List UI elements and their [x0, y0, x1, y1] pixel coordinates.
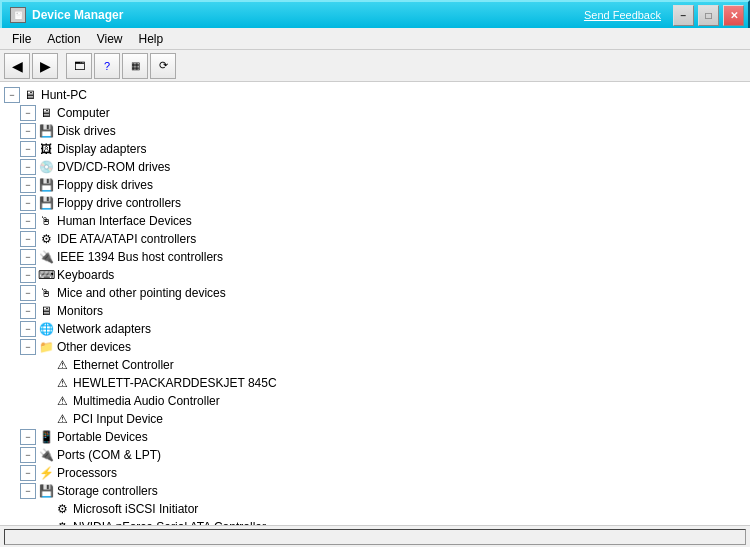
- expander-floppy-disk[interactable]: −: [20, 177, 36, 193]
- tree-item-mice[interactable]: − 🖱 Mice and other pointing devices: [4, 284, 746, 302]
- tree-item-multimedia[interactable]: ⚠ Multimedia Audio Controller: [4, 392, 746, 410]
- expander-hid[interactable]: −: [20, 213, 36, 229]
- forward-button[interactable]: ▶: [32, 53, 58, 79]
- properties-button[interactable]: 🗔: [66, 53, 92, 79]
- icon-dvd-rom: 💿: [38, 159, 54, 175]
- label-pci-input: PCI Input Device: [73, 412, 163, 426]
- tree-item-nvidia1[interactable]: ⚙ NVIDIA nForce Serial ATA Controller: [4, 518, 746, 525]
- send-feedback-link[interactable]: Send Feedback: [584, 9, 661, 21]
- icon-ports: 🔌: [38, 447, 54, 463]
- icon-pci-input: ⚠: [54, 411, 70, 427]
- icon-keyboards: ⌨: [38, 267, 54, 283]
- back-button[interactable]: ◀: [4, 53, 30, 79]
- expander-ports[interactable]: −: [20, 447, 36, 463]
- label-ide-ata: IDE ATA/ATAPI controllers: [57, 232, 196, 246]
- icon-nvidia1: ⚙: [54, 519, 70, 525]
- tree-root[interactable]: − 🖥 Hunt-PC: [4, 86, 746, 104]
- tree-item-monitors[interactable]: − 🖥 Monitors: [4, 302, 746, 320]
- label-computer: Computer: [57, 106, 110, 120]
- tree-item-disk-drives[interactable]: − 💾 Disk drives: [4, 122, 746, 140]
- refresh-button[interactable]: ⟳: [150, 53, 176, 79]
- root-expander[interactable]: −: [4, 87, 20, 103]
- minimize-button[interactable]: −: [673, 5, 694, 26]
- label-disk-drives: Disk drives: [57, 124, 116, 138]
- label-multimedia: Multimedia Audio Controller: [73, 394, 220, 408]
- tree-item-hid[interactable]: − 🖱 Human Interface Devices: [4, 212, 746, 230]
- menu-view[interactable]: View: [89, 30, 131, 48]
- table-button[interactable]: ▦: [122, 53, 148, 79]
- expander-ide-ata[interactable]: −: [20, 231, 36, 247]
- expander-storage[interactable]: −: [20, 483, 36, 499]
- label-dvd-rom: DVD/CD-ROM drives: [57, 160, 170, 174]
- expander-processors[interactable]: −: [20, 465, 36, 481]
- tree-item-ieee1394[interactable]: − 🔌 IEEE 1394 Bus host controllers: [4, 248, 746, 266]
- menu-action[interactable]: Action: [39, 30, 88, 48]
- icon-mice: 🖱: [38, 285, 54, 301]
- tree-item-storage[interactable]: − 💾 Storage controllers: [4, 482, 746, 500]
- menu-file[interactable]: File: [4, 30, 39, 48]
- label-hid: Human Interface Devices: [57, 214, 192, 228]
- label-hp845c: HEWLETT-PACKARDDESKJET 845C: [73, 376, 277, 390]
- tree-item-dvd-rom[interactable]: − 💿 DVD/CD-ROM drives: [4, 158, 746, 176]
- expander-other[interactable]: −: [20, 339, 36, 355]
- main-area: − 🖥 Hunt-PC − 🖥 Computer − 💾 Disk drives…: [0, 82, 750, 525]
- tree-item-floppy-disk[interactable]: − 💾 Floppy disk drives: [4, 176, 746, 194]
- expander-mice[interactable]: −: [20, 285, 36, 301]
- tree-item-processors[interactable]: − ⚡ Processors: [4, 464, 746, 482]
- toolbar: ◀ ▶ 🗔 ? ▦ ⟳: [0, 50, 750, 82]
- title-bar: 🖥 Device Manager Send Feedback − □ ✕: [0, 0, 750, 28]
- menu-help[interactable]: Help: [131, 30, 172, 48]
- close-button[interactable]: ✕: [723, 5, 744, 26]
- label-other: Other devices: [57, 340, 131, 354]
- device-tree[interactable]: − 🖥 Hunt-PC − 🖥 Computer − 💾 Disk drives…: [0, 82, 750, 525]
- label-floppy-drive: Floppy drive controllers: [57, 196, 181, 210]
- expander-ieee1394[interactable]: −: [20, 249, 36, 265]
- tree-item-portable[interactable]: − 📱 Portable Devices: [4, 428, 746, 446]
- expander-monitors[interactable]: −: [20, 303, 36, 319]
- tree-item-network[interactable]: − 🌐 Network adapters: [4, 320, 746, 338]
- expander-computer[interactable]: −: [20, 105, 36, 121]
- icon-processors: ⚡: [38, 465, 54, 481]
- icon-other: 📁: [38, 339, 54, 355]
- icon-portable: 📱: [38, 429, 54, 445]
- expander-keyboards[interactable]: −: [20, 267, 36, 283]
- window-controls: Send Feedback − □ ✕: [584, 5, 744, 26]
- tree-item-computer[interactable]: − 🖥 Computer: [4, 104, 746, 122]
- icon-floppy-disk: 💾: [38, 177, 54, 193]
- expander-display-adapters[interactable]: −: [20, 141, 36, 157]
- expander-portable[interactable]: −: [20, 429, 36, 445]
- tree-item-keyboards[interactable]: − ⌨ Keyboards: [4, 266, 746, 284]
- icon-hp845c: ⚠: [54, 375, 70, 391]
- label-ieee1394: IEEE 1394 Bus host controllers: [57, 250, 223, 264]
- tree-item-other[interactable]: − 📁 Other devices: [4, 338, 746, 356]
- icon-ieee1394: 🔌: [38, 249, 54, 265]
- tree-item-ide-ata[interactable]: − ⚙ IDE ATA/ATAPI controllers: [4, 230, 746, 248]
- expander-dvd-rom[interactable]: −: [20, 159, 36, 175]
- icon-ide-ata: ⚙: [38, 231, 54, 247]
- label-portable: Portable Devices: [57, 430, 148, 444]
- expander-network[interactable]: −: [20, 321, 36, 337]
- icon-display-adapters: 🖼: [38, 141, 54, 157]
- tree-item-pci-input[interactable]: ⚠ PCI Input Device: [4, 410, 746, 428]
- label-display-adapters: Display adapters: [57, 142, 146, 156]
- icon-hid: 🖱: [38, 213, 54, 229]
- label-keyboards: Keyboards: [57, 268, 114, 282]
- icon-monitors: 🖥: [38, 303, 54, 319]
- tree-item-ports[interactable]: − 🔌 Ports (COM & LPT): [4, 446, 746, 464]
- label-iscsi: Microsoft iSCSI Initiator: [73, 502, 198, 516]
- tree-item-iscsi[interactable]: ⚙ Microsoft iSCSI Initiator: [4, 500, 746, 518]
- expander-disk-drives[interactable]: −: [20, 123, 36, 139]
- help-button[interactable]: ?: [94, 53, 120, 79]
- label-processors: Processors: [57, 466, 117, 480]
- tree-item-floppy-drive[interactable]: − 💾 Floppy drive controllers: [4, 194, 746, 212]
- label-monitors: Monitors: [57, 304, 103, 318]
- maximize-button[interactable]: □: [698, 5, 719, 26]
- tree-item-display-adapters[interactable]: − 🖼 Display adapters: [4, 140, 746, 158]
- tree-item-hp845c[interactable]: ⚠ HEWLETT-PACKARDDESKJET 845C: [4, 374, 746, 392]
- app-icon: 🖥: [10, 7, 26, 23]
- menu-bar: File Action View Help: [0, 28, 750, 50]
- title-text: 🖥 Device Manager: [10, 7, 123, 23]
- status-bar: [0, 525, 750, 547]
- tree-item-ethernet[interactable]: ⚠ Ethernet Controller: [4, 356, 746, 374]
- expander-floppy-drive[interactable]: −: [20, 195, 36, 211]
